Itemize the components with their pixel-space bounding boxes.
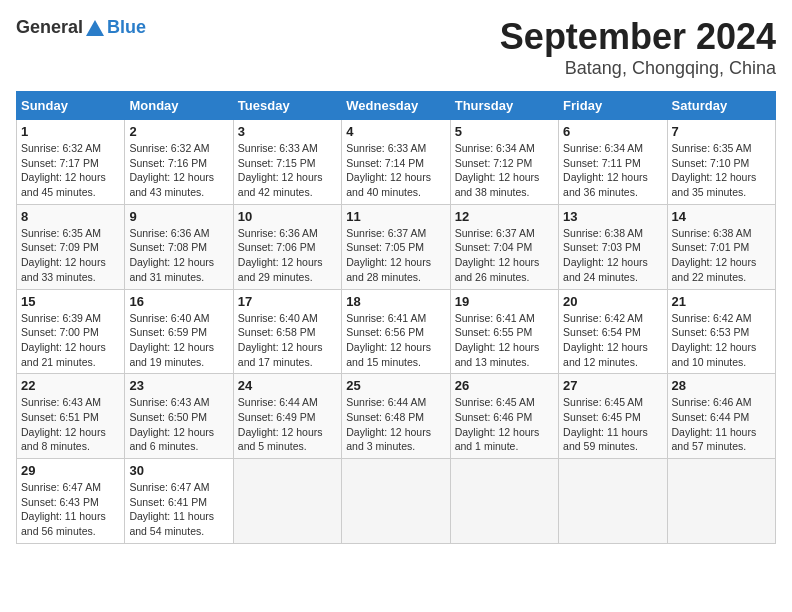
calendar-cell: 21Sunrise: 6:42 AM Sunset: 6:53 PM Dayli… [667, 289, 775, 374]
day-info: Sunrise: 6:35 AM Sunset: 7:10 PM Dayligh… [672, 141, 771, 200]
calendar-cell: 14Sunrise: 6:38 AM Sunset: 7:01 PM Dayli… [667, 204, 775, 289]
day-number: 19 [455, 294, 554, 309]
calendar-cell: 7Sunrise: 6:35 AM Sunset: 7:10 PM Daylig… [667, 120, 775, 205]
calendar-cell: 3Sunrise: 6:33 AM Sunset: 7:15 PM Daylig… [233, 120, 341, 205]
day-info: Sunrise: 6:37 AM Sunset: 7:05 PM Dayligh… [346, 226, 445, 285]
day-info: Sunrise: 6:43 AM Sunset: 6:50 PM Dayligh… [129, 395, 228, 454]
calendar-cell [559, 459, 667, 544]
calendar-cell [667, 459, 775, 544]
calendar-week-2: 8Sunrise: 6:35 AM Sunset: 7:09 PM Daylig… [17, 204, 776, 289]
calendar-cell: 28Sunrise: 6:46 AM Sunset: 6:44 PM Dayli… [667, 374, 775, 459]
day-info: Sunrise: 6:42 AM Sunset: 6:53 PM Dayligh… [672, 311, 771, 370]
column-header-friday: Friday [559, 92, 667, 120]
calendar-week-4: 22Sunrise: 6:43 AM Sunset: 6:51 PM Dayli… [17, 374, 776, 459]
day-info: Sunrise: 6:45 AM Sunset: 6:45 PM Dayligh… [563, 395, 662, 454]
column-header-saturday: Saturday [667, 92, 775, 120]
day-info: Sunrise: 6:36 AM Sunset: 7:06 PM Dayligh… [238, 226, 337, 285]
day-info: Sunrise: 6:37 AM Sunset: 7:04 PM Dayligh… [455, 226, 554, 285]
day-info: Sunrise: 6:33 AM Sunset: 7:14 PM Dayligh… [346, 141, 445, 200]
day-info: Sunrise: 6:34 AM Sunset: 7:12 PM Dayligh… [455, 141, 554, 200]
calendar-cell: 2Sunrise: 6:32 AM Sunset: 7:16 PM Daylig… [125, 120, 233, 205]
calendar-cell: 5Sunrise: 6:34 AM Sunset: 7:12 PM Daylig… [450, 120, 558, 205]
calendar-cell: 20Sunrise: 6:42 AM Sunset: 6:54 PM Dayli… [559, 289, 667, 374]
day-info: Sunrise: 6:39 AM Sunset: 7:00 PM Dayligh… [21, 311, 120, 370]
column-header-thursday: Thursday [450, 92, 558, 120]
month-title: September 2024 [500, 16, 776, 58]
day-info: Sunrise: 6:36 AM Sunset: 7:08 PM Dayligh… [129, 226, 228, 285]
calendar-cell: 24Sunrise: 6:44 AM Sunset: 6:49 PM Dayli… [233, 374, 341, 459]
day-number: 3 [238, 124, 337, 139]
day-number: 21 [672, 294, 771, 309]
day-number: 10 [238, 209, 337, 224]
day-info: Sunrise: 6:46 AM Sunset: 6:44 PM Dayligh… [672, 395, 771, 454]
day-info: Sunrise: 6:40 AM Sunset: 6:58 PM Dayligh… [238, 311, 337, 370]
calendar-cell: 30Sunrise: 6:47 AM Sunset: 6:41 PM Dayli… [125, 459, 233, 544]
day-number: 1 [21, 124, 120, 139]
day-info: Sunrise: 6:40 AM Sunset: 6:59 PM Dayligh… [129, 311, 228, 370]
day-info: Sunrise: 6:47 AM Sunset: 6:43 PM Dayligh… [21, 480, 120, 539]
day-number: 15 [21, 294, 120, 309]
calendar-cell: 12Sunrise: 6:37 AM Sunset: 7:04 PM Dayli… [450, 204, 558, 289]
day-number: 30 [129, 463, 228, 478]
calendar-header-row: SundayMondayTuesdayWednesdayThursdayFrid… [17, 92, 776, 120]
title-block: September 2024 Batang, Chongqing, China [500, 16, 776, 79]
svg-marker-0 [86, 20, 104, 36]
day-info: Sunrise: 6:43 AM Sunset: 6:51 PM Dayligh… [21, 395, 120, 454]
logo-icon [84, 18, 106, 40]
day-number: 28 [672, 378, 771, 393]
logo-general-text: General [16, 17, 83, 38]
calendar-cell [233, 459, 341, 544]
calendar-week-1: 1Sunrise: 6:32 AM Sunset: 7:17 PM Daylig… [17, 120, 776, 205]
day-number: 25 [346, 378, 445, 393]
logo: General Blue [16, 16, 146, 40]
day-number: 18 [346, 294, 445, 309]
calendar-cell: 27Sunrise: 6:45 AM Sunset: 6:45 PM Dayli… [559, 374, 667, 459]
day-number: 27 [563, 378, 662, 393]
day-info: Sunrise: 6:47 AM Sunset: 6:41 PM Dayligh… [129, 480, 228, 539]
calendar-cell: 8Sunrise: 6:35 AM Sunset: 7:09 PM Daylig… [17, 204, 125, 289]
calendar-cell: 6Sunrise: 6:34 AM Sunset: 7:11 PM Daylig… [559, 120, 667, 205]
day-number: 22 [21, 378, 120, 393]
day-number: 17 [238, 294, 337, 309]
day-info: Sunrise: 6:32 AM Sunset: 7:16 PM Dayligh… [129, 141, 228, 200]
day-info: Sunrise: 6:41 AM Sunset: 6:55 PM Dayligh… [455, 311, 554, 370]
day-number: 5 [455, 124, 554, 139]
calendar-cell: 17Sunrise: 6:40 AM Sunset: 6:58 PM Dayli… [233, 289, 341, 374]
day-number: 9 [129, 209, 228, 224]
column-header-wednesday: Wednesday [342, 92, 450, 120]
calendar-cell: 18Sunrise: 6:41 AM Sunset: 6:56 PM Dayli… [342, 289, 450, 374]
day-number: 16 [129, 294, 228, 309]
calendar-cell: 10Sunrise: 6:36 AM Sunset: 7:06 PM Dayli… [233, 204, 341, 289]
calendar-cell: 19Sunrise: 6:41 AM Sunset: 6:55 PM Dayli… [450, 289, 558, 374]
day-number: 4 [346, 124, 445, 139]
calendar-cell [450, 459, 558, 544]
day-info: Sunrise: 6:42 AM Sunset: 6:54 PM Dayligh… [563, 311, 662, 370]
calendar-cell: 16Sunrise: 6:40 AM Sunset: 6:59 PM Dayli… [125, 289, 233, 374]
day-number: 8 [21, 209, 120, 224]
calendar-week-3: 15Sunrise: 6:39 AM Sunset: 7:00 PM Dayli… [17, 289, 776, 374]
day-info: Sunrise: 6:44 AM Sunset: 6:48 PM Dayligh… [346, 395, 445, 454]
day-number: 14 [672, 209, 771, 224]
day-info: Sunrise: 6:34 AM Sunset: 7:11 PM Dayligh… [563, 141, 662, 200]
day-number: 12 [455, 209, 554, 224]
calendar-cell: 1Sunrise: 6:32 AM Sunset: 7:17 PM Daylig… [17, 120, 125, 205]
calendar-cell: 22Sunrise: 6:43 AM Sunset: 6:51 PM Dayli… [17, 374, 125, 459]
day-info: Sunrise: 6:41 AM Sunset: 6:56 PM Dayligh… [346, 311, 445, 370]
day-number: 6 [563, 124, 662, 139]
day-info: Sunrise: 6:33 AM Sunset: 7:15 PM Dayligh… [238, 141, 337, 200]
day-number: 11 [346, 209, 445, 224]
logo-blue-text: Blue [107, 17, 146, 38]
day-number: 13 [563, 209, 662, 224]
day-info: Sunrise: 6:45 AM Sunset: 6:46 PM Dayligh… [455, 395, 554, 454]
day-info: Sunrise: 6:38 AM Sunset: 7:03 PM Dayligh… [563, 226, 662, 285]
calendar-cell: 11Sunrise: 6:37 AM Sunset: 7:05 PM Dayli… [342, 204, 450, 289]
calendar-cell: 25Sunrise: 6:44 AM Sunset: 6:48 PM Dayli… [342, 374, 450, 459]
day-info: Sunrise: 6:38 AM Sunset: 7:01 PM Dayligh… [672, 226, 771, 285]
day-info: Sunrise: 6:44 AM Sunset: 6:49 PM Dayligh… [238, 395, 337, 454]
calendar-cell: 23Sunrise: 6:43 AM Sunset: 6:50 PM Dayli… [125, 374, 233, 459]
column-header-tuesday: Tuesday [233, 92, 341, 120]
calendar-cell [342, 459, 450, 544]
day-number: 2 [129, 124, 228, 139]
column-header-monday: Monday [125, 92, 233, 120]
day-number: 26 [455, 378, 554, 393]
